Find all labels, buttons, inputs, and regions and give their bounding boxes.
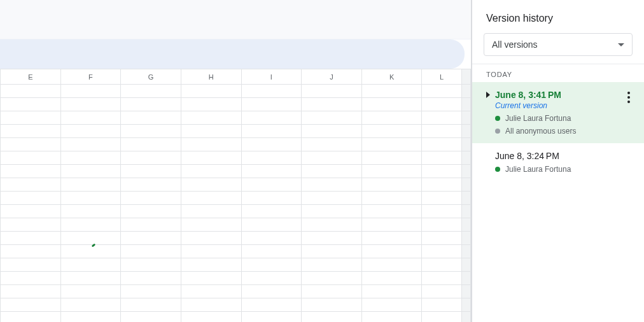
column-header[interactable]: I (241, 69, 302, 85)
column-header[interactable]: E (1, 69, 61, 85)
version-filter-label: All versions (492, 39, 538, 50)
editor-color-dot (495, 129, 500, 134)
toolbar-placeholder (0, 0, 471, 39)
chevron-down-icon (618, 43, 624, 46)
editor-name: Julie Laura Fortuna (505, 165, 571, 174)
version-subtitle: Current version (495, 101, 634, 110)
version-item[interactable]: June 8, 3:24 PM Julie Laura Fortuna (472, 143, 644, 181)
column-header[interactable]: J (302, 69, 362, 85)
more-vert-icon (627, 96, 630, 99)
version-item-current[interactable]: June 8, 3:41 PM Current version Julie La… (472, 82, 644, 143)
version-timestamp: June 8, 3:24 PM (495, 151, 559, 161)
more-vert-icon (627, 92, 630, 94)
column-header[interactable]: L (422, 69, 461, 85)
column-header-row: E F G H I J K L (1, 69, 471, 85)
editor-color-dot (495, 167, 500, 172)
version-actions-button[interactable] (622, 90, 635, 105)
editor-row: Julie Laura Fortuna (495, 165, 634, 174)
expand-triangle-icon[interactable] (486, 92, 490, 98)
column-header[interactable]: F (60, 69, 121, 85)
editor-row: All anonymous users (495, 127, 634, 136)
grid-wrap: E F G H I J K L (0, 69, 471, 322)
app-root: E F G H I J K L (0, 0, 644, 322)
column-header[interactable]: H (181, 69, 241, 85)
section-label-today: TODAY (472, 64, 644, 82)
version-history-panel: Version history All versions TODAY June … (472, 0, 644, 322)
editor-name: All anonymous users (505, 127, 576, 136)
editor-name: Julie Laura Fortuna (505, 114, 571, 123)
formula-bar[interactable] (0, 39, 465, 69)
editor-row: Julie Laura Fortuna (495, 114, 634, 123)
column-header[interactable]: K (361, 69, 422, 85)
column-gutter (461, 69, 470, 85)
column-header[interactable]: G (121, 69, 181, 85)
version-filter-select[interactable]: All versions (484, 33, 633, 56)
more-vert-icon (627, 101, 630, 103)
panel-title: Version history (472, 0, 644, 33)
grid-body (1, 85, 471, 323)
spreadsheet-area: E F G H I J K L (0, 0, 471, 322)
version-timestamp: June 8, 3:41 PM (495, 90, 561, 100)
spreadsheet-grid[interactable]: E F G H I J K L (0, 69, 471, 322)
editor-color-dot (495, 116, 500, 121)
